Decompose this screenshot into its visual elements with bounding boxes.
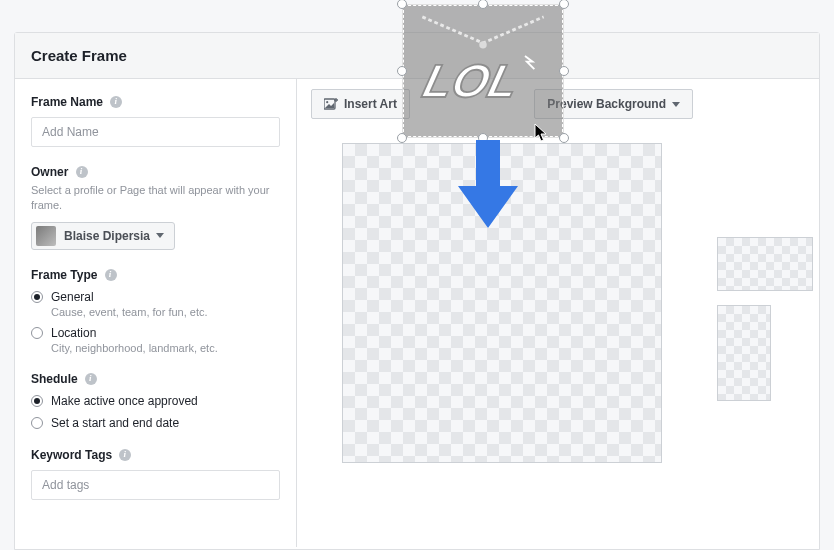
cursor-icon — [534, 123, 548, 146]
info-icon[interactable] — [76, 166, 88, 178]
radio-label: Set a start and end date — [51, 416, 179, 430]
owner-group: Owner Select a profile or Page that will… — [31, 165, 280, 250]
radio-desc: City, neighborhood, landmark, etc. — [51, 342, 280, 354]
keyword-tags-group: Keyword Tags — [31, 448, 280, 500]
avatar — [36, 226, 56, 246]
radio-desc: Cause, event, team, for fun, etc. — [51, 306, 280, 318]
frame-type-option-location[interactable]: Location — [31, 326, 280, 340]
schedule-option-active[interactable]: Make active once approved — [31, 394, 280, 408]
frame-name-input[interactable] — [31, 117, 280, 147]
radio-icon — [31, 395, 43, 407]
keyword-tags-label: Keyword Tags — [31, 448, 112, 462]
frame-name-group: Frame Name — [31, 95, 280, 147]
frame-type-option-general[interactable]: General — [31, 290, 280, 304]
preview-thumb-portrait[interactable] — [717, 305, 771, 401]
lol-necklace-art-icon: LOL — [413, 15, 553, 127]
keyword-tags-input[interactable] — [31, 470, 280, 500]
frame-name-label: Frame Name — [31, 95, 103, 109]
resize-handle-icon[interactable] — [559, 0, 569, 9]
frame-type-label: Frame Type — [31, 268, 97, 282]
frame-type-group: Frame Type General Cause, event, team, f… — [31, 268, 280, 354]
owner-label: Owner — [31, 165, 68, 179]
owner-selector[interactable]: Blaise Dipersia — [31, 222, 175, 250]
insert-art-label: Insert Art — [344, 97, 397, 111]
radio-label: General — [51, 290, 94, 304]
preview-thumb-landscape[interactable] — [717, 237, 813, 291]
radio-icon — [31, 417, 43, 429]
radio-label: Make active once approved — [51, 394, 198, 408]
schedule-option-dates[interactable]: Set a start and end date — [31, 416, 280, 430]
svg-point-1 — [326, 101, 328, 103]
info-icon[interactable] — [119, 449, 131, 461]
insert-art-button[interactable]: Insert Art — [311, 89, 410, 119]
radio-icon — [31, 327, 43, 339]
info-icon[interactable] — [110, 96, 122, 108]
resize-handle-icon[interactable] — [397, 133, 407, 143]
schedule-label: Shedule — [31, 372, 78, 386]
resize-handle-icon[interactable] — [397, 66, 407, 76]
owner-helper: Select a profile or Page that will appea… — [31, 183, 280, 214]
svg-point-2 — [479, 41, 486, 48]
schedule-group: Shedule Make active once approved Set a … — [31, 372, 280, 430]
caret-down-icon — [672, 102, 680, 107]
sidebar: Frame Name Owner Select a profile or Pag… — [15, 79, 297, 547]
image-plus-icon — [324, 98, 338, 110]
radio-icon — [31, 291, 43, 303]
preview-rail — [707, 79, 819, 547]
caret-down-icon — [156, 233, 164, 238]
resize-handle-icon[interactable] — [559, 133, 569, 143]
owner-selected-name: Blaise Dipersia — [64, 229, 150, 243]
radio-label: Location — [51, 326, 96, 340]
drop-arrow-icon — [454, 140, 522, 233]
info-icon[interactable] — [105, 269, 117, 281]
svg-text:LOL: LOL — [418, 55, 524, 107]
resize-handle-icon[interactable] — [559, 66, 569, 76]
dragged-art-selection[interactable]: LOL — [398, 0, 568, 142]
info-icon[interactable] — [85, 373, 97, 385]
